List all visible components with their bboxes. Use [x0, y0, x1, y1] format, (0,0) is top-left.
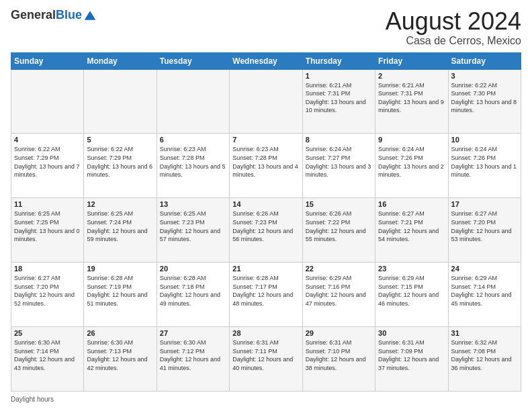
logo-general: General — [11, 8, 56, 22]
calendar-table: SundayMondayTuesdayWednesdayThursdayFrid… — [11, 52, 521, 392]
day-info: Sunrise: 6:23 AMSunset: 7:28 PMDaylight:… — [160, 145, 226, 179]
day-info: Sunrise: 6:24 AMSunset: 7:26 PMDaylight:… — [451, 145, 518, 179]
calendar-header-row: SundayMondayTuesdayWednesdayThursdayFrid… — [11, 52, 521, 69]
day-number: 5 — [87, 136, 153, 144]
calendar-day-header: Monday — [84, 52, 157, 69]
day-info: Sunrise: 6:29 AMSunset: 7:16 PMDaylight:… — [306, 274, 372, 308]
day-number: 12 — [87, 200, 153, 208]
day-number: 11 — [14, 200, 81, 208]
subtitle: Casa de Cerros, Mexico — [386, 35, 521, 47]
day-info: Sunrise: 6:22 AMSunset: 7:29 PMDaylight:… — [14, 145, 81, 179]
calendar-day-cell: 10Sunrise: 6:24 AMSunset: 7:26 PMDayligh… — [448, 134, 521, 198]
calendar-day-cell: 28Sunrise: 6:31 AMSunset: 7:11 PMDayligh… — [230, 327, 302, 392]
calendar-day-cell — [230, 69, 302, 134]
calendar-week-row: 25Sunrise: 6:30 AMSunset: 7:14 PMDayligh… — [11, 327, 521, 392]
logo: General Blue — [11, 8, 97, 22]
day-info: Sunrise: 6:23 AMSunset: 7:28 PMDaylight:… — [232, 145, 299, 179]
day-info: Sunrise: 6:22 AMSunset: 7:29 PMDaylight:… — [87, 145, 153, 179]
day-info: Sunrise: 6:25 AMSunset: 7:24 PMDaylight:… — [87, 210, 153, 243]
day-info: Sunrise: 6:30 AMSunset: 7:14 PMDaylight:… — [14, 338, 81, 372]
calendar-day-cell: 27Sunrise: 6:30 AMSunset: 7:12 PMDayligh… — [157, 327, 229, 392]
day-number: 30 — [378, 329, 445, 337]
calendar-day-cell: 12Sunrise: 6:25 AMSunset: 7:24 PMDayligh… — [84, 198, 157, 263]
day-number: 26 — [87, 329, 153, 337]
day-number: 27 — [160, 329, 226, 337]
day-info: Sunrise: 6:26 AMSunset: 7:22 PMDaylight:… — [306, 210, 372, 243]
calendar-day-cell: 7Sunrise: 6:23 AMSunset: 7:28 PMDaylight… — [230, 134, 302, 198]
calendar-week-row: 1Sunrise: 6:21 AMSunset: 7:31 PMDaylight… — [11, 69, 521, 134]
calendar-day-cell: 15Sunrise: 6:26 AMSunset: 7:22 PMDayligh… — [302, 198, 375, 263]
day-number: 21 — [232, 265, 299, 273]
logo-text: General Blue — [11, 8, 97, 22]
day-info: Sunrise: 6:25 AMSunset: 7:23 PMDaylight:… — [160, 210, 226, 243]
day-number: 6 — [160, 136, 226, 144]
day-number: 24 — [451, 265, 518, 273]
footer-label: Daylight hours — [11, 396, 54, 403]
day-number: 18 — [14, 265, 81, 273]
svg-marker-0 — [85, 11, 96, 19]
day-number: 23 — [378, 265, 445, 273]
day-number: 29 — [306, 329, 372, 337]
calendar-day-cell: 17Sunrise: 6:27 AMSunset: 7:20 PMDayligh… — [448, 198, 521, 263]
day-info: Sunrise: 6:31 AMSunset: 7:09 PMDaylight:… — [378, 338, 445, 372]
calendar-day-cell: 1Sunrise: 6:21 AMSunset: 7:31 PMDaylight… — [302, 69, 375, 134]
calendar-day-cell: 19Sunrise: 6:28 AMSunset: 7:19 PMDayligh… — [84, 263, 157, 327]
day-number: 31 — [451, 329, 518, 337]
calendar-day-cell: 5Sunrise: 6:22 AMSunset: 7:29 PMDaylight… — [84, 134, 157, 198]
day-info: Sunrise: 6:28 AMSunset: 7:17 PMDaylight:… — [232, 274, 299, 308]
day-info: Sunrise: 6:21 AMSunset: 7:31 PMDaylight:… — [378, 81, 445, 115]
day-number: 25 — [14, 329, 81, 337]
calendar-day-cell: 23Sunrise: 6:29 AMSunset: 7:15 PMDayligh… — [375, 263, 448, 327]
day-number: 15 — [306, 200, 372, 208]
day-info: Sunrise: 6:26 AMSunset: 7:23 PMDaylight:… — [232, 210, 299, 243]
calendar-day-cell: 25Sunrise: 6:30 AMSunset: 7:14 PMDayligh… — [11, 327, 84, 392]
logo-blue: Blue — [56, 8, 82, 22]
header: General Blue August 2024 Casa de Cerros,… — [11, 8, 521, 47]
day-number: 8 — [306, 136, 372, 144]
main-title: August 2024 — [386, 8, 521, 35]
day-info: Sunrise: 6:31 AMSunset: 7:11 PMDaylight:… — [232, 338, 299, 372]
day-number: 16 — [378, 200, 445, 208]
calendar-day-cell — [157, 69, 229, 134]
day-info: Sunrise: 6:29 AMSunset: 7:15 PMDaylight:… — [378, 274, 445, 308]
calendar-day-cell: 30Sunrise: 6:31 AMSunset: 7:09 PMDayligh… — [375, 327, 448, 392]
calendar-day-cell: 24Sunrise: 6:29 AMSunset: 7:14 PMDayligh… — [448, 263, 521, 327]
day-info: Sunrise: 6:28 AMSunset: 7:19 PMDaylight:… — [87, 274, 153, 308]
calendar-day-cell: 31Sunrise: 6:32 AMSunset: 7:08 PMDayligh… — [448, 327, 521, 392]
day-info: Sunrise: 6:24 AMSunset: 7:27 PMDaylight:… — [306, 145, 372, 179]
day-number: 14 — [232, 200, 299, 208]
day-number: 1 — [306, 72, 372, 80]
calendar-day-header: Thursday — [302, 52, 375, 69]
day-number: 13 — [160, 200, 226, 208]
calendar-day-cell: 8Sunrise: 6:24 AMSunset: 7:27 PMDaylight… — [302, 134, 375, 198]
calendar-day-cell: 29Sunrise: 6:31 AMSunset: 7:10 PMDayligh… — [302, 327, 375, 392]
day-number: 28 — [232, 329, 299, 337]
calendar-day-header: Sunday — [11, 52, 84, 69]
calendar-day-header: Saturday — [448, 52, 521, 69]
day-info: Sunrise: 6:24 AMSunset: 7:26 PMDaylight:… — [378, 145, 445, 179]
day-number: 7 — [232, 136, 299, 144]
day-info: Sunrise: 6:27 AMSunset: 7:20 PMDaylight:… — [14, 274, 81, 308]
calendar-day-cell: 9Sunrise: 6:24 AMSunset: 7:26 PMDaylight… — [375, 134, 448, 198]
calendar-day-cell: 2Sunrise: 6:21 AMSunset: 7:31 PMDaylight… — [375, 69, 448, 134]
day-info: Sunrise: 6:21 AMSunset: 7:31 PMDaylight:… — [306, 81, 372, 115]
day-number: 17 — [451, 200, 518, 208]
calendar-day-header: Friday — [375, 52, 448, 69]
calendar-day-cell: 16Sunrise: 6:27 AMSunset: 7:21 PMDayligh… — [375, 198, 448, 263]
calendar-week-row: 18Sunrise: 6:27 AMSunset: 7:20 PMDayligh… — [11, 263, 521, 327]
day-number: 19 — [87, 265, 153, 273]
logo-icon — [83, 9, 97, 22]
day-info: Sunrise: 6:27 AMSunset: 7:20 PMDaylight:… — [451, 210, 518, 243]
calendar-day-cell: 6Sunrise: 6:23 AMSunset: 7:28 PMDaylight… — [157, 134, 229, 198]
title-block: August 2024 Casa de Cerros, Mexico — [386, 8, 521, 47]
calendar-day-cell: 4Sunrise: 6:22 AMSunset: 7:29 PMDaylight… — [11, 134, 84, 198]
calendar-week-row: 11Sunrise: 6:25 AMSunset: 7:25 PMDayligh… — [11, 198, 521, 263]
day-info: Sunrise: 6:30 AMSunset: 7:12 PMDaylight:… — [160, 338, 226, 372]
day-info: Sunrise: 6:29 AMSunset: 7:14 PMDaylight:… — [451, 274, 518, 308]
calendar-day-cell: 3Sunrise: 6:22 AMSunset: 7:30 PMDaylight… — [448, 69, 521, 134]
day-info: Sunrise: 6:32 AMSunset: 7:08 PMDaylight:… — [451, 338, 518, 372]
page: General Blue August 2024 Casa de Cerros,… — [0, 0, 532, 411]
calendar-day-cell: 26Sunrise: 6:30 AMSunset: 7:13 PMDayligh… — [84, 327, 157, 392]
calendar-day-cell: 22Sunrise: 6:29 AMSunset: 7:16 PMDayligh… — [302, 263, 375, 327]
day-number: 2 — [378, 72, 445, 80]
